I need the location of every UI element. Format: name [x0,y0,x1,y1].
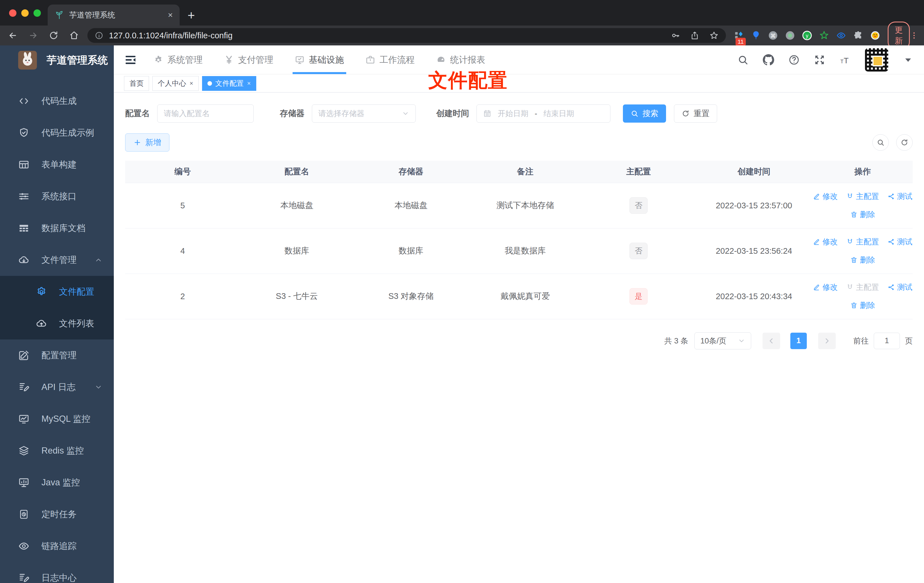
extension-icon[interactable]: y [802,30,812,41]
config-name-input[interactable] [157,104,254,122]
minimize-window-button[interactable] [21,9,29,17]
close-window-button[interactable] [9,9,16,17]
pencil-icon [813,284,820,291]
delete-action[interactable]: 删除 [850,255,875,265]
shield-check-icon [18,127,30,139]
pencil-icon [813,238,820,246]
sidebar-item[interactable]: 文件列表 [0,308,114,339]
extension-icon[interactable] [853,30,863,41]
sidebar-item[interactable]: 系统接口 [0,180,114,212]
github-icon[interactable] [763,54,774,66]
fullscreen-icon[interactable] [814,54,825,66]
y-ext-icon: y [802,30,812,41]
fold-sidebar-icon[interactable] [124,53,137,66]
zoom-window-button[interactable] [33,9,41,17]
delete-action[interactable]: 删除 [850,300,875,310]
edit-action[interactable]: 修改 [813,237,838,247]
sidebar-item[interactable]: 配置管理 [0,339,114,371]
sidebar-item-label: 配置管理 [41,349,77,361]
info-icon[interactable] [95,31,103,40]
page-tag[interactable]: 文件配置 × [202,76,256,91]
master-config-action[interactable]: 主配置 [846,282,879,292]
sidebar-item[interactable]: 表单构建 [0,149,114,180]
sidebar-item[interactable]: MySQL 监控 [0,403,114,435]
extension-icon[interactable] [785,30,795,41]
search-button[interactable]: 搜索 [623,104,666,122]
key-icon[interactable] [671,31,680,40]
edit-action[interactable]: 修改 [813,191,838,201]
tab-close-icon[interactable]: × [168,10,173,20]
sidebar-item-label: 定时任务 [41,509,77,520]
eye-icon [18,540,30,552]
sidebar-item[interactable]: 文件管理 [0,244,114,276]
font-size-icon[interactable]: TT [840,54,851,66]
forward-icon[interactable] [28,31,38,40]
test-action[interactable]: 测试 [888,237,912,247]
date-range-input[interactable]: 开始日期 - 结束日期 [477,104,610,122]
module-nav-item[interactable]: 工作流程 [366,45,414,74]
extension-icon[interactable] [870,30,880,41]
caret-down-icon[interactable] [903,54,914,66]
tag-close-icon[interactable]: × [190,80,193,87]
reset-button[interactable]: 重置 [674,104,717,122]
add-button[interactable]: 新增 [125,134,170,152]
sidebar-item[interactable]: 日志中心 [0,562,114,583]
module-nav-item[interactable]: 系统管理 [153,45,203,74]
start-date-placeholder[interactable]: 开始日期 [498,109,528,119]
refresh-list-button[interactable] [896,134,912,151]
edit-action[interactable]: 修改 [813,282,838,292]
sidebar-item[interactable]: 定时任务 [0,499,114,530]
kebab-menu-icon[interactable] [910,31,918,40]
sidebar-item[interactable]: 链路追踪 [0,530,114,562]
storage-select[interactable]: 请选择存储器 [312,104,416,122]
back-icon[interactable] [8,31,18,40]
extension-icon[interactable] [836,30,846,41]
share-up-icon[interactable] [690,31,699,40]
sidebar-item[interactable]: 数据库文档 [0,212,114,244]
table-header-cell: 存储器 [353,161,469,183]
extension-icon[interactable]: 11 [734,30,744,41]
browser-tab[interactable]: 芋道管理系统 × [48,5,180,26]
module-nav-item[interactable]: 支付管理 [224,45,273,74]
form-table-icon [18,159,30,170]
delete-action[interactable]: 删除 [850,210,875,220]
user-avatar[interactable] [865,48,888,71]
toggle-search-button[interactable] [872,134,889,151]
next-page-button[interactable] [818,333,836,349]
page-tag[interactable]: 首页 [124,76,149,91]
url-text[interactable]: 127.0.0.1:1024/infra/file/file-config [109,31,665,40]
reload-icon[interactable] [49,31,58,40]
magnet-icon [846,238,854,246]
module-nav-item[interactable]: 基础设施 [295,45,344,74]
sidebar-item[interactable]: Redis 监控 [0,435,114,467]
url-bar[interactable]: 127.0.0.1:1024/infra/file/file-config [87,28,726,43]
page-tag[interactable]: 个人中心 × [152,76,199,91]
prev-page-button[interactable] [762,333,780,349]
new-tab-button[interactable]: + [188,9,195,21]
extension-icon[interactable] [751,30,761,41]
end-date-placeholder[interactable]: 结束日期 [543,109,574,119]
test-action[interactable]: 测试 [888,282,912,292]
trash-icon [850,211,858,218]
current-page-button[interactable]: 1 [790,333,807,349]
page-size-select[interactable]: 10条/页 [695,332,751,349]
tag-close-icon[interactable]: × [247,80,251,87]
help-icon[interactable] [788,54,800,66]
test-action[interactable]: 测试 [888,191,912,201]
extension-icon[interactable]: ⌘ [768,30,778,41]
master-config-action[interactable]: 主配置 [846,237,879,247]
search-icon[interactable] [737,54,749,66]
goto-page-input[interactable] [874,333,900,349]
sidebar-item[interactable]: 代码生成示例 [0,117,114,149]
chart-monitor-icon [18,413,30,424]
window-controls[interactable] [9,9,41,17]
bookmark-star-icon[interactable] [710,31,719,40]
home-icon[interactable] [69,31,79,40]
extension-icon[interactable] [819,30,829,41]
sidebar-item[interactable]: 代码生成 [0,85,114,117]
sidebar-item[interactable]: Java 监控 [0,467,114,499]
sidebar-item[interactable]: API 日志 [0,371,114,403]
sidebar-item[interactable]: 文件配置 [0,276,114,308]
master-config-action[interactable]: 主配置 [846,191,879,201]
browser-tabstrip: 芋道管理系统 × + [0,0,924,26]
